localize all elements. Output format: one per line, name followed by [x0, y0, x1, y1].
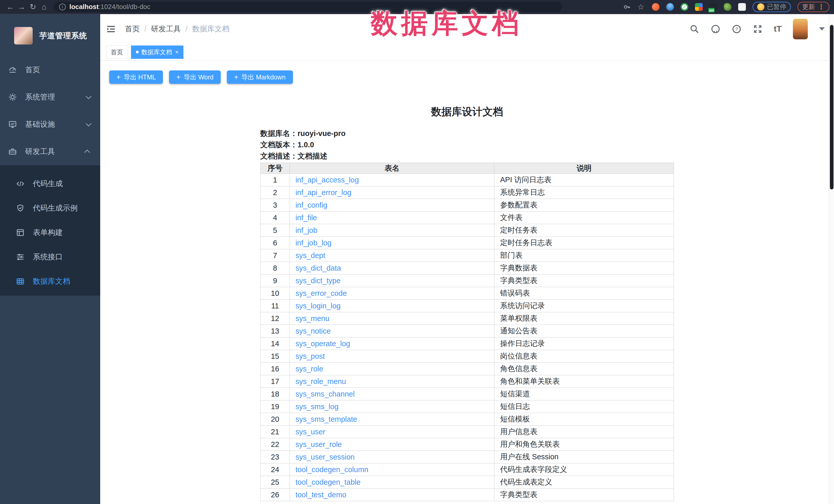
table-name-link[interactable]: inf_api_error_log — [295, 189, 351, 197]
table-name-link[interactable]: sys_user — [295, 428, 325, 436]
browser-update-button[interactable]: 更新 ⋮ — [797, 2, 829, 12]
view-tab[interactable]: 首页 × — [106, 45, 128, 59]
table-name-link[interactable]: tool_test_demo — [295, 491, 346, 499]
doc-info: 数据库名：ruoyi-vue-pro文档版本：1.0.0文档描述：文档描述 — [260, 128, 674, 162]
vertical-scrollbar[interactable] — [829, 14, 834, 504]
extension-icon[interactable] — [652, 3, 660, 11]
table-name-link[interactable]: inf_job_log — [295, 239, 331, 247]
row-description: 操作日志记录 — [494, 337, 674, 350]
extension-icon[interactable]: on — [709, 3, 717, 11]
extension-icon[interactable] — [666, 3, 674, 11]
table-name-link[interactable]: sys_role — [295, 365, 323, 373]
table-name-link[interactable]: sys_user_session — [295, 453, 355, 461]
sidebar-menu-item[interactable]: 首页 — [0, 56, 100, 84]
sidebar-menu-item[interactable]: 研发工具 — [0, 138, 100, 165]
row-table-name: sys_menu — [289, 312, 494, 325]
browser-back-button[interactable]: ← — [5, 3, 16, 11]
breadcrumb-item[interactable]: 研发工具 — [140, 24, 181, 34]
table-name-link[interactable]: sys_menu — [295, 314, 329, 323]
doc-info-line: 数据库名：ruoyi-vue-pro — [260, 128, 674, 139]
tables-overview-table: 序号 表名 说明 1 inf_api_access_log API 访问日志表 … — [260, 163, 674, 501]
table-row: 4 inf_file 文件表 — [261, 212, 674, 224]
caret-down-icon[interactable] — [819, 27, 825, 30]
row-index: 1 — [261, 174, 290, 186]
doc-info-label: 文档描述： — [260, 152, 298, 160]
font-size-icon[interactable]: tT — [774, 24, 782, 34]
table-name-link[interactable]: sys_user_role — [295, 440, 342, 448]
table-name-link[interactable]: sys_notice — [295, 327, 331, 335]
view-tab[interactable]: 数据库文档 × — [131, 45, 183, 59]
github-icon[interactable] — [711, 24, 720, 34]
table-name-link[interactable]: sys_login_log — [295, 302, 341, 310]
sidebar-submenu-item[interactable]: 表单构建 — [0, 220, 100, 245]
sidebar-menu-item[interactable]: 基础设施 — [0, 111, 100, 138]
row-description: 岗位信息表 — [494, 350, 674, 363]
row-index: 20 — [261, 413, 290, 425]
table-name-link[interactable]: sys_dept — [295, 251, 325, 260]
paused-extension-badge[interactable]: 已暂停 — [752, 2, 791, 12]
extension-icon[interactable] — [695, 3, 703, 11]
table-name-link[interactable]: inf_job — [295, 226, 317, 234]
breadcrumb-item[interactable]: 首页 — [125, 24, 140, 34]
sidebar-submenu-item[interactable]: 代码生成示例 — [0, 196, 100, 220]
extension-icon[interactable] — [724, 3, 731, 11]
sidebar-submenu-item[interactable]: 系统接口 — [0, 245, 100, 269]
scrollbar-thumb[interactable] — [830, 25, 833, 190]
breadcrumb-item[interactable]: 数据库文档 — [181, 24, 229, 34]
tags-view-bar: 首页 × 数据库文档 × — [100, 44, 834, 61]
chevron-icon — [86, 121, 92, 127]
row-index: 10 — [261, 287, 290, 300]
chevron-icon — [84, 150, 90, 155]
extension-icon[interactable]: ✓ — [681, 3, 688, 11]
export-button[interactable]: + 导出 HTML — [109, 70, 163, 84]
emoji-extension-icon — [757, 3, 764, 10]
table-name-link[interactable]: tool_codegen_column — [295, 465, 369, 474]
table-row: 19 sys_sms_log 短信日志 — [261, 400, 674, 413]
table-name-link[interactable]: sys_role_menu — [295, 377, 346, 386]
sidebar-submenu-item[interactable]: 代码生成 — [0, 171, 100, 196]
table-name-link[interactable]: sys_dict_data — [295, 264, 341, 272]
plus-icon: + — [234, 73, 238, 81]
export-button[interactable]: + 导出 Word — [169, 70, 221, 84]
sidebar-submenu-item[interactable]: 数据库文档 — [0, 269, 100, 293]
user-avatar[interactable] — [793, 19, 808, 39]
site-info-icon[interactable]: i — [59, 4, 66, 10]
row-index: 21 — [261, 425, 290, 438]
export-button[interactable]: + 导出 Markdown — [227, 70, 293, 84]
extensions-puzzle-icon[interactable] — [738, 3, 746, 11]
table-row: 3 inf_config 参数配置表 — [261, 199, 674, 212]
search-icon[interactable] — [689, 24, 699, 34]
app-title: 芋道管理系统 — [39, 30, 87, 41]
close-icon[interactable]: × — [175, 49, 179, 56]
row-description: 系统访问记录 — [494, 300, 674, 312]
row-index: 11 — [261, 300, 290, 312]
browser-forward-button[interactable]: → — [16, 3, 27, 11]
row-index: 26 — [261, 488, 290, 501]
browser-reload-button[interactable]: ↻ — [27, 2, 39, 11]
help-icon[interactable]: ? — [732, 24, 742, 34]
sidebar-menu-item[interactable]: 系统管理 — [0, 84, 100, 111]
table-name-link[interactable]: sys_sms_channel — [295, 390, 355, 398]
browser-home-button[interactable]: ⌂ — [39, 3, 50, 11]
table-name-link[interactable]: tool_codegen_table — [295, 478, 360, 486]
table-name-link[interactable]: sys_sms_template — [295, 415, 357, 423]
table-name-link[interactable]: sys_error_code — [295, 289, 347, 298]
table-name-link[interactable]: inf_config — [295, 201, 327, 209]
password-key-icon[interactable] — [623, 3, 631, 11]
bookmark-star-icon[interactable]: ☆ — [637, 3, 645, 11]
row-index: 19 — [261, 400, 290, 413]
sidebar-fold-icon[interactable] — [106, 24, 116, 34]
row-index: 18 — [261, 388, 290, 400]
submenu-item-label: 系统接口 — [33, 252, 63, 262]
table-name-link[interactable]: sys_operate_log — [295, 339, 350, 348]
table-name-link[interactable]: sys_post — [295, 352, 325, 360]
row-description: 文件表 — [494, 212, 674, 224]
app-logo-row[interactable]: 芋道管理系统 — [0, 14, 100, 53]
fullscreen-icon[interactable] — [753, 24, 763, 34]
table-name-link[interactable]: sys_dict_type — [295, 277, 341, 285]
browser-menu-icon[interactable]: ⋮ — [817, 4, 825, 9]
table-name-link[interactable]: inf_file — [295, 214, 317, 222]
row-index: 17 — [261, 375, 290, 388]
table-name-link[interactable]: inf_api_access_log — [295, 176, 359, 184]
table-name-link[interactable]: sys_sms_log — [295, 402, 338, 411]
